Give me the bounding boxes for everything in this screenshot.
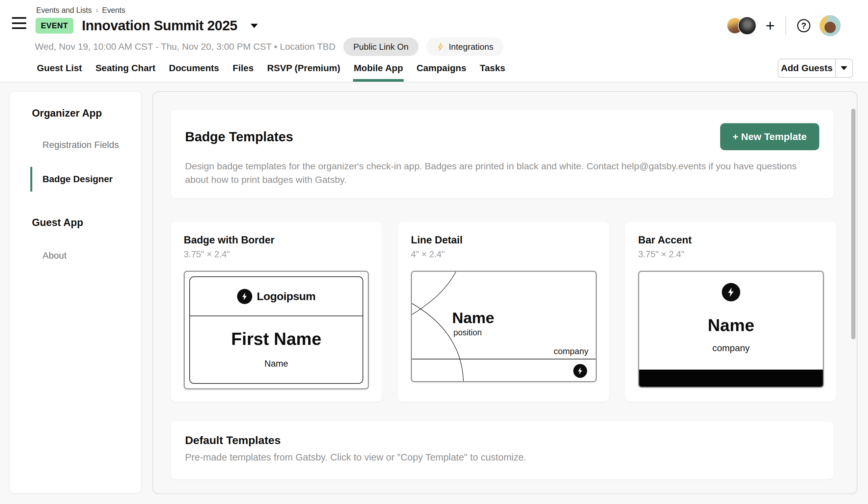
chevron-down-icon <box>841 66 847 70</box>
sidebar-item-registration-fields[interactable]: Registration Fields <box>42 140 131 150</box>
tab-campaigns[interactable]: Campaigns <box>416 57 467 82</box>
breadcrumb: Events and Lists › Events <box>36 6 125 15</box>
badge-name-field: Name <box>639 315 823 335</box>
add-guests-label: Add Guests <box>778 59 835 77</box>
badge-templates-title: Badge Templates <box>185 130 293 144</box>
decorative-arcs <box>412 272 596 381</box>
template-name: Bar Accent <box>638 234 823 246</box>
template-size: 3.75" × 2.4" <box>184 249 369 259</box>
template-card-line-detail[interactable]: Line Detail 4" × 2.4" Name position comp… <box>398 222 609 402</box>
add-guests-dropdown[interactable] <box>835 59 852 77</box>
default-templates-title: Default Templates <box>185 434 819 447</box>
badge-company-field: company <box>554 346 589 357</box>
badge-templates-card: Badge Templates + New Template Design ba… <box>170 110 834 198</box>
user-avatar[interactable] <box>819 15 841 36</box>
tab-tasks[interactable]: Tasks <box>479 57 506 82</box>
default-templates-card: Default Templates Pre-made templates fro… <box>170 421 834 479</box>
template-card-badge-with-border[interactable]: Badge with Border 3.75" × 2.4" Logoipsum… <box>170 222 382 402</box>
tab-guest-list[interactable]: Guest List <box>36 57 83 82</box>
mobile-app-sidebar: Organizer App Registration Fields Badge … <box>9 91 142 493</box>
badge-preview: Name position company <box>411 271 597 382</box>
badge-first-name-field: First Name <box>231 329 321 349</box>
template-card-bar-accent[interactable]: Bar Accent 3.75" × 2.4" Name company <box>625 222 836 402</box>
public-link-status-pill[interactable]: Public Link On <box>343 38 418 56</box>
collaborator-avatar[interactable] <box>738 17 756 35</box>
badge-designer-panel: Badge Templates + New Template Design ba… <box>153 91 857 494</box>
logo-text: Logoipsum <box>257 290 316 303</box>
breadcrumb-separator-icon: › <box>96 6 98 15</box>
event-meta-row: Wed, Nov 19, 10:00 AM CST - Thu, Nov 20,… <box>35 37 504 56</box>
hamburger-menu-icon[interactable] <box>12 17 26 29</box>
integrations-label: Integrations <box>449 42 494 52</box>
badge-company-field: company <box>639 343 823 353</box>
header-divider <box>785 16 786 35</box>
badge-position-field: position <box>453 328 482 337</box>
tab-mobile-app[interactable]: Mobile App <box>353 57 404 82</box>
tab-documents[interactable]: Documents <box>168 57 220 82</box>
event-switcher-caret-icon[interactable] <box>251 24 258 28</box>
sidebar-item-label: Badge Designer <box>42 174 113 184</box>
tab-files[interactable]: Files <box>232 57 254 82</box>
tab-seating-chart[interactable]: Seating Chart <box>95 57 156 82</box>
badge-preview: Logoipsum First Name Name <box>184 271 369 389</box>
default-templates-description: Pre-made templates from Gatsby. Click to… <box>185 452 819 463</box>
top-header: Events and Lists › Events EVENT Innovati… <box>0 0 868 82</box>
add-guests-button[interactable]: Add Guests <box>778 59 853 78</box>
add-collaborator-button[interactable]: + <box>766 18 775 34</box>
badge-templates-description: Design badge templates for the organizer… <box>185 160 814 187</box>
badge-preview: Name company <box>638 271 824 388</box>
template-size: 4" × 2.4" <box>411 249 596 259</box>
template-name: Badge with Border <box>184 234 369 246</box>
badge-accent-bar <box>639 370 823 387</box>
template-cards-row: Badge with Border 3.75" × 2.4" Logoipsum… <box>170 222 836 402</box>
help-icon[interactable]: ? <box>797 19 810 32</box>
header-actions: + ? <box>727 15 841 36</box>
event-title-row: EVENT Innovation Summit 2025 <box>35 18 258 34</box>
template-size: 3.75" × 2.4" <box>638 249 823 259</box>
logoipsum-bolt-icon <box>722 283 740 301</box>
sidebar-item-badge-designer[interactable]: Badge Designer <box>42 174 131 184</box>
page-title: Innovation Summit 2025 <box>82 18 237 34</box>
logoipsum-bolt-icon <box>237 289 252 304</box>
sidebar-section-guest-app: Guest App <box>32 217 131 229</box>
breadcrumb-events[interactable]: Events <box>102 6 125 15</box>
badge-name-field: Name <box>452 309 494 327</box>
template-name: Line Detail <box>411 234 596 246</box>
logoipsum-bolt-icon <box>573 364 587 378</box>
event-nav-tabs: Guest List Seating Chart Documents Files… <box>36 57 506 82</box>
event-type-badge: EVENT <box>35 18 73 34</box>
event-date-location: Wed, Nov 19, 10:00 AM CST - Thu, Nov 20,… <box>35 41 335 52</box>
new-template-button[interactable]: + New Template <box>720 123 819 150</box>
integrations-pill[interactable]: Integrations <box>426 38 504 56</box>
tab-rsvp-premium[interactable]: RSVP (Premium) <box>266 57 341 82</box>
sidebar-item-about[interactable]: About <box>42 250 131 261</box>
badge-name-field: Name <box>265 359 288 369</box>
lightning-bolt-icon <box>436 42 445 51</box>
scrollbar-thumb[interactable] <box>851 109 856 339</box>
sidebar-section-organizer-app: Organizer App <box>32 107 131 119</box>
active-indicator <box>30 167 32 192</box>
breadcrumb-events-and-lists[interactable]: Events and Lists <box>36 6 92 15</box>
